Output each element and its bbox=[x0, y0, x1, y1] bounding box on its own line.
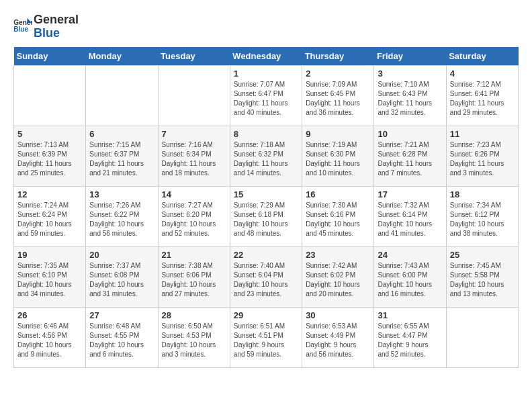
day-info: Sunrise: 7:37 AM Sunset: 6:08 PM Dayligh… bbox=[89, 261, 154, 299]
day-number: 26 bbox=[17, 310, 82, 320]
calendar-week-2: 5Sunrise: 7:13 AM Sunset: 6:39 PM Daylig… bbox=[14, 126, 519, 186]
day-number: 27 bbox=[89, 310, 154, 320]
header: General Blue General Blue bbox=[13, 13, 519, 40]
weekday-header-tuesday: Tuesday bbox=[158, 47, 230, 66]
day-info: Sunrise: 7:42 AM Sunset: 6:02 PM Dayligh… bbox=[306, 261, 370, 299]
day-info: Sunrise: 7:29 AM Sunset: 6:18 PM Dayligh… bbox=[234, 201, 298, 238]
day-number: 19 bbox=[17, 250, 82, 260]
calendar-cell: 14Sunrise: 7:27 AM Sunset: 6:20 PM Dayli… bbox=[158, 186, 230, 246]
calendar-cell: 28Sunrise: 6:50 AM Sunset: 4:53 PM Dayli… bbox=[158, 307, 230, 367]
day-number: 30 bbox=[306, 310, 370, 320]
day-number: 2 bbox=[306, 68, 370, 79]
calendar-cell bbox=[446, 307, 518, 367]
calendar-cell: 8Sunrise: 7:18 AM Sunset: 6:32 PM Daylig… bbox=[230, 126, 302, 186]
calendar-cell: 2Sunrise: 7:09 AM Sunset: 6:45 PM Daylig… bbox=[302, 65, 374, 126]
calendar-cell bbox=[158, 65, 230, 126]
weekday-header-row: SundayMondayTuesdayWednesdayThursdayFrid… bbox=[14, 47, 519, 66]
calendar-cell: 24Sunrise: 7:43 AM Sunset: 6:00 PM Dayli… bbox=[374, 246, 446, 307]
day-number: 10 bbox=[378, 129, 442, 139]
calendar-cell: 22Sunrise: 7:40 AM Sunset: 6:04 PM Dayli… bbox=[230, 246, 302, 307]
calendar-cell: 13Sunrise: 7:26 AM Sunset: 6:22 PM Dayli… bbox=[86, 186, 158, 246]
day-number: 15 bbox=[234, 189, 298, 199]
calendar-cell: 11Sunrise: 7:23 AM Sunset: 6:26 PM Dayli… bbox=[446, 126, 518, 186]
day-info: Sunrise: 7:07 AM Sunset: 6:47 PM Dayligh… bbox=[234, 80, 298, 118]
calendar-cell: 5Sunrise: 7:13 AM Sunset: 6:39 PM Daylig… bbox=[14, 126, 86, 186]
day-number: 29 bbox=[234, 310, 298, 320]
calendar-body: 1Sunrise: 7:07 AM Sunset: 6:47 PM Daylig… bbox=[14, 65, 519, 367]
day-number: 25 bbox=[450, 250, 515, 260]
day-number: 7 bbox=[162, 129, 226, 139]
calendar-table: SundayMondayTuesdayWednesdayThursdayFrid… bbox=[13, 47, 519, 368]
day-info: Sunrise: 7:40 AM Sunset: 6:04 PM Dayligh… bbox=[234, 261, 298, 299]
calendar-cell: 10Sunrise: 7:21 AM Sunset: 6:28 PM Dayli… bbox=[374, 126, 446, 186]
logo-text: General Blue bbox=[34, 13, 79, 40]
day-info: Sunrise: 7:27 AM Sunset: 6:20 PM Dayligh… bbox=[162, 201, 226, 238]
day-number: 23 bbox=[306, 250, 370, 260]
day-info: Sunrise: 7:34 AM Sunset: 6:12 PM Dayligh… bbox=[450, 201, 515, 238]
day-info: Sunrise: 7:32 AM Sunset: 6:14 PM Dayligh… bbox=[378, 201, 442, 238]
day-number: 31 bbox=[378, 310, 442, 320]
day-info: Sunrise: 7:12 AM Sunset: 6:41 PM Dayligh… bbox=[450, 80, 515, 118]
calendar-week-3: 12Sunrise: 7:24 AM Sunset: 6:24 PM Dayli… bbox=[14, 186, 519, 246]
calendar-cell bbox=[86, 65, 158, 126]
calendar-cell: 27Sunrise: 6:48 AM Sunset: 4:55 PM Dayli… bbox=[86, 307, 158, 367]
day-number: 28 bbox=[162, 310, 226, 320]
calendar-cell: 26Sunrise: 6:46 AM Sunset: 4:56 PM Dayli… bbox=[14, 307, 86, 367]
calendar-cell: 12Sunrise: 7:24 AM Sunset: 6:24 PM Dayli… bbox=[14, 186, 86, 246]
day-info: Sunrise: 6:48 AM Sunset: 4:55 PM Dayligh… bbox=[89, 322, 154, 359]
day-info: Sunrise: 7:24 AM Sunset: 6:24 PM Dayligh… bbox=[17, 201, 82, 238]
weekday-header-sunday: Sunday bbox=[14, 47, 86, 66]
day-number: 3 bbox=[378, 68, 442, 79]
day-number: 18 bbox=[450, 189, 515, 199]
day-info: Sunrise: 6:46 AM Sunset: 4:56 PM Dayligh… bbox=[17, 322, 82, 359]
calendar-cell bbox=[14, 65, 86, 126]
calendar-cell: 9Sunrise: 7:19 AM Sunset: 6:30 PM Daylig… bbox=[302, 126, 374, 186]
calendar-cell: 15Sunrise: 7:29 AM Sunset: 6:18 PM Dayli… bbox=[230, 186, 302, 246]
calendar-cell: 21Sunrise: 7:38 AM Sunset: 6:06 PM Dayli… bbox=[158, 246, 230, 307]
day-info: Sunrise: 7:18 AM Sunset: 6:32 PM Dayligh… bbox=[234, 140, 298, 178]
weekday-header-thursday: Thursday bbox=[302, 47, 374, 66]
day-number: 24 bbox=[378, 250, 442, 260]
day-info: Sunrise: 6:53 AM Sunset: 4:49 PM Dayligh… bbox=[306, 322, 370, 359]
weekday-header-monday: Monday bbox=[86, 47, 158, 66]
calendar-week-1: 1Sunrise: 7:07 AM Sunset: 6:47 PM Daylig… bbox=[14, 65, 519, 126]
weekday-header-wednesday: Wednesday bbox=[230, 47, 302, 66]
calendar-header: SundayMondayTuesdayWednesdayThursdayFrid… bbox=[14, 47, 519, 66]
day-number: 9 bbox=[306, 129, 370, 139]
weekday-header-friday: Friday bbox=[374, 47, 446, 66]
day-info: Sunrise: 7:35 AM Sunset: 6:10 PM Dayligh… bbox=[17, 261, 82, 299]
calendar-cell: 20Sunrise: 7:37 AM Sunset: 6:08 PM Dayli… bbox=[86, 246, 158, 307]
svg-text:Blue: Blue bbox=[13, 26, 28, 33]
calendar-cell: 31Sunrise: 6:55 AM Sunset: 4:47 PM Dayli… bbox=[374, 307, 446, 367]
day-info: Sunrise: 6:55 AM Sunset: 4:47 PM Dayligh… bbox=[378, 322, 442, 359]
calendar-cell: 3Sunrise: 7:10 AM Sunset: 6:43 PM Daylig… bbox=[374, 65, 446, 126]
day-info: Sunrise: 7:38 AM Sunset: 6:06 PM Dayligh… bbox=[162, 261, 226, 299]
day-info: Sunrise: 7:23 AM Sunset: 6:26 PM Dayligh… bbox=[450, 140, 515, 178]
day-number: 6 bbox=[89, 129, 154, 139]
day-number: 14 bbox=[162, 189, 226, 199]
logo-icon: General Blue bbox=[13, 18, 32, 33]
calendar-cell: 16Sunrise: 7:30 AM Sunset: 6:16 PM Dayli… bbox=[302, 186, 374, 246]
day-info: Sunrise: 6:50 AM Sunset: 4:53 PM Dayligh… bbox=[162, 322, 226, 359]
calendar-cell: 4Sunrise: 7:12 AM Sunset: 6:41 PM Daylig… bbox=[446, 65, 518, 126]
day-number: 4 bbox=[450, 68, 515, 79]
day-number: 21 bbox=[162, 250, 226, 260]
calendar-cell: 25Sunrise: 7:45 AM Sunset: 5:58 PM Dayli… bbox=[446, 246, 518, 307]
day-info: Sunrise: 7:09 AM Sunset: 6:45 PM Dayligh… bbox=[306, 80, 370, 118]
day-info: Sunrise: 7:19 AM Sunset: 6:30 PM Dayligh… bbox=[306, 140, 370, 178]
calendar-week-5: 26Sunrise: 6:46 AM Sunset: 4:56 PM Dayli… bbox=[14, 307, 519, 367]
calendar-cell: 29Sunrise: 6:51 AM Sunset: 4:51 PM Dayli… bbox=[230, 307, 302, 367]
day-info: Sunrise: 7:21 AM Sunset: 6:28 PM Dayligh… bbox=[378, 140, 442, 178]
weekday-header-saturday: Saturday bbox=[446, 47, 518, 66]
day-number: 17 bbox=[378, 189, 442, 199]
day-info: Sunrise: 7:13 AM Sunset: 6:39 PM Dayligh… bbox=[17, 140, 82, 178]
day-number: 1 bbox=[234, 68, 298, 79]
day-number: 5 bbox=[17, 129, 82, 139]
day-info: Sunrise: 7:30 AM Sunset: 6:16 PM Dayligh… bbox=[306, 201, 370, 238]
day-number: 13 bbox=[89, 189, 154, 199]
calendar-cell: 30Sunrise: 6:53 AM Sunset: 4:49 PM Dayli… bbox=[302, 307, 374, 367]
calendar-cell: 7Sunrise: 7:16 AM Sunset: 6:34 PM Daylig… bbox=[158, 126, 230, 186]
day-info: Sunrise: 7:45 AM Sunset: 5:58 PM Dayligh… bbox=[450, 261, 515, 299]
calendar-cell: 1Sunrise: 7:07 AM Sunset: 6:47 PM Daylig… bbox=[230, 65, 302, 126]
calendar-cell: 6Sunrise: 7:15 AM Sunset: 6:37 PM Daylig… bbox=[86, 126, 158, 186]
